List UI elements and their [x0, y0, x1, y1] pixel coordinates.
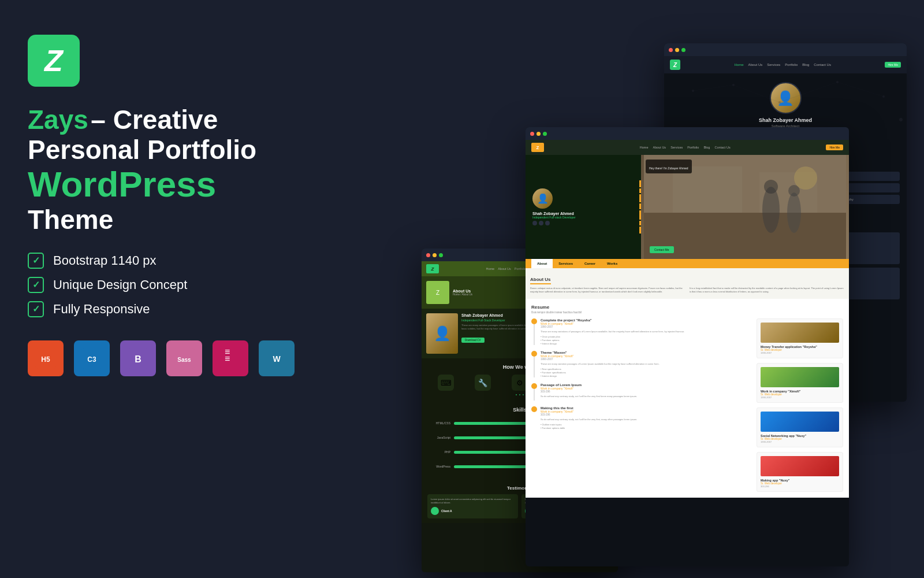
tech-wordpress: W — [259, 340, 295, 376]
browser-bar-top — [664, 43, 907, 56]
svg-text:C3: C3 — [87, 355, 96, 364]
tl-app-thumb-2 — [761, 367, 839, 387]
skill-label-2: JavaScript — [427, 436, 450, 439]
title-line4: Theme — [28, 204, 328, 235]
tl-res-desc-1: These are many variations of passages of… — [541, 330, 752, 334]
tl-resume-two-col: Complete the project "Roysha" Work in co… — [531, 318, 843, 492]
dark-nav-link-contact: Contact Us — [814, 63, 831, 66]
hww-dot3 — [523, 394, 524, 395]
title-line1: Zays – Creative — [28, 104, 328, 135]
tl-hero-name: Shah Zobayer Ahmed — [532, 212, 634, 216]
skill-label-1: HTML/CSS — [427, 421, 450, 425]
green-about-breadcrumb: Home / About Us — [453, 293, 472, 296]
glink-home: Home — [486, 267, 495, 271]
svg-point-18 — [899, 118, 903, 121]
tl-hero-avatar: 👤 — [532, 188, 553, 209]
feature-item-2: Unique Design Concept — [28, 277, 328, 293]
tl-link-services: Services — [670, 146, 683, 149]
svg-text:Sass: Sass — [177, 357, 191, 363]
tl-cta-btn: Contact Me — [650, 246, 674, 253]
tl-app-card-4: Making app "Nuxy" Sr. Web developer 303-… — [757, 452, 843, 492]
browser-dot-green-m — [439, 253, 443, 257]
preview-timeline-screenshot: Z Home About Us Services Portfolio Blog … — [526, 127, 849, 566]
features-list: Bootstrap 1140 px Unique Design Concept … — [28, 253, 328, 317]
tl-app-date-2: 1990-2007 — [761, 396, 839, 399]
tl-res-desc-3: So do without any contrary study, not I … — [541, 395, 752, 398]
tl-res-bullets-2: • New specifications • Furniture specifi… — [541, 368, 752, 377]
tl-tab-works[interactable]: Works — [601, 259, 623, 268]
tl-line-3 — [534, 389, 535, 401]
tl-hero-section: 👤 Shah Zobayer Ahmed Independent Full-st… — [526, 155, 849, 259]
tl-tab-career[interactable]: Career — [579, 259, 601, 268]
tl-about-text-col: Donec volutpat metus id nunc vulputate, … — [530, 287, 685, 294]
svg-line-22 — [837, 82, 884, 97]
browser-dot-red-tl — [530, 132, 534, 136]
tl-dot-3 — [531, 383, 537, 389]
dark-nav-link-portfolio: Portfolio — [785, 63, 798, 66]
tl-item-body-4: Making this the first Work in company "X… — [541, 406, 752, 429]
tl-nav: Z Home About Us Services Portfolio Blog … — [526, 140, 849, 155]
green-nav-logo: Z — [426, 264, 439, 273]
tl-hero-badge: Hey there! I'm Zobayer Ahmed — [646, 160, 692, 173]
tl-item-connector-1 — [531, 318, 537, 345]
test-text-1: Lorem ipsum dolor sit amet consectetur a… — [431, 498, 515, 505]
tech-icons-row: H5 C3 B Sass ≡≡ W — [28, 340, 328, 376]
test-author-1: Client A — [431, 507, 515, 515]
tl-tab-services[interactable]: Services — [553, 259, 579, 268]
tl-item-body-3: Passage of Lorem Ipsum Work in company "… — [541, 383, 752, 401]
tl-res-date-4: 303-296 — [541, 413, 752, 416]
svg-line-19 — [693, 85, 733, 91]
tl-link-contact: Contact Us — [714, 146, 730, 149]
hww-dot — [516, 394, 517, 395]
glink-portfolio: Portfolio — [515, 267, 526, 271]
tl-social-1 — [532, 221, 537, 225]
tl-res-date-2: 1990-2007 — [541, 358, 752, 361]
tl-tab-about[interactable]: About — [531, 259, 553, 268]
tl-res-item-3: Passage of Lorem Ipsum Work in company "… — [531, 383, 752, 401]
tl-link-about: About Us — [653, 146, 666, 149]
test-avatar-1 — [431, 507, 439, 515]
dark-nav-links: Home About Us Services Portfolio Blog Co… — [735, 63, 831, 66]
tl-app-thumb-3 — [761, 412, 839, 432]
tl-res-desc-4: So do without any contrary study, not I … — [541, 418, 752, 421]
tl-nav-logo: Z — [531, 143, 544, 152]
svg-point-13 — [692, 90, 694, 92]
tech-sass: Sass — [166, 340, 202, 376]
tl-nav-links: Home About Us Services Portfolio Blog Co… — [640, 146, 731, 149]
svg-text:B: B — [135, 354, 141, 364]
logo-box: Z — [28, 35, 80, 87]
tl-social-2 — [539, 221, 543, 225]
tl-hero-left: 👤 Shah Zobayer Ahmed Independent Full-st… — [526, 155, 641, 259]
browser-dot-green — [681, 48, 685, 52]
tl-line-2 — [534, 357, 535, 377]
tl-app-card-3: Social Networking app "Nuxy" Sr. Web dev… — [757, 407, 843, 447]
tl-app-thumb-1 — [761, 323, 839, 343]
dark-nav-link-blog: Blog — [802, 63, 809, 66]
tl-res-item-2: Theme "Maxon" Work in company "Ximofi" 1… — [531, 351, 752, 377]
tl-app-card-2: Work in company "Ximofi" Sr. Web develop… — [757, 363, 843, 403]
feature-item-1: Bootstrap 1140 px — [28, 253, 328, 269]
tl-col-right: Money Transfer application "Roysha" Sr. … — [757, 318, 843, 492]
green-about-title-block: About Us Home / About Us — [453, 289, 472, 296]
left-panel: Z Zays – Creative Personal Portfolio Wor… — [28, 35, 328, 376]
tl-about-content: About Us Donec volutpat metus id nunc vu… — [526, 268, 849, 299]
tl-col-left: Complete the project "Roysha" Work in co… — [531, 318, 757, 492]
dark-preview-nav: Z Home About Us Services Portfolio Blog … — [664, 56, 907, 73]
tl-item-connector-4 — [531, 406, 537, 429]
browser-dot-red — [669, 48, 673, 52]
tl-item-body-1: Complete the project "Roysha" Work in co… — [541, 318, 752, 345]
browser-dot-yellow-tl — [536, 132, 541, 136]
check-icon-2 — [28, 277, 44, 293]
tl-app-date-1: 1990-2007 — [761, 351, 839, 354]
brand-name: Zays — [28, 105, 88, 135]
tl-res-bullets-1: • Once private plan • Furniture options … — [541, 335, 752, 345]
browser-dot-green-tl — [543, 132, 547, 136]
green-about-heading: About Us — [453, 289, 472, 293]
skill-label-3: PHP — [427, 450, 450, 454]
tl-bullet-2b: • Furniture specifications — [541, 371, 752, 374]
svg-rect-8 — [220, 348, 241, 369]
browser-dot-red-m — [426, 253, 430, 257]
tl-bullet-2c: • Interior design — [541, 375, 752, 377]
dark-hero-name: Shah Zobayer Ahmed — [759, 117, 812, 123]
tl-about-title: About Us — [530, 277, 551, 284]
